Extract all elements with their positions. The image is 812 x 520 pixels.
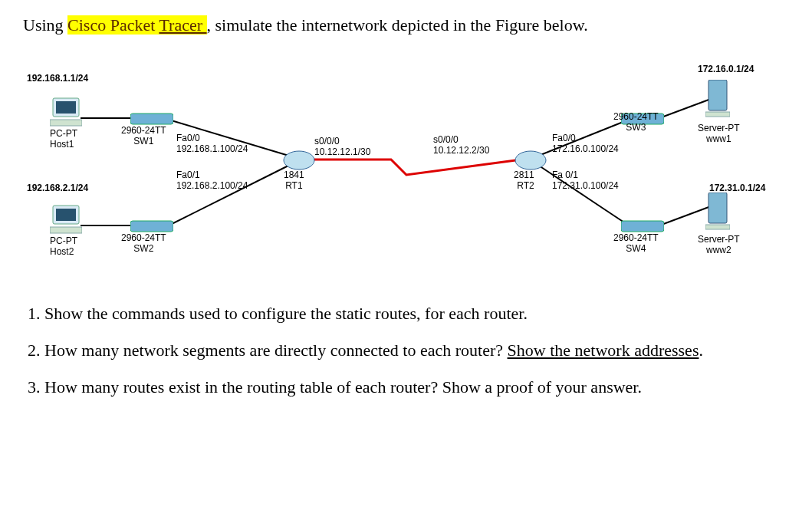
rt1-model: 1841: [284, 169, 304, 180]
www1-type: Server-PT: [698, 123, 740, 133]
question-3-text: How many routes exist in the routing tab…: [44, 377, 642, 397]
rt1-s000-label: s0/0/0 10.12.12.1/30: [314, 137, 370, 158]
sw1-label: 2960-24TT SW1: [121, 126, 166, 147]
question-1-text: Show the commands used to configure the …: [44, 304, 528, 323]
svg-rect-19: [50, 227, 82, 233]
question-1: Show the commands used to configure the …: [44, 304, 789, 324]
intro-rest: simulate the internetwork depicted in th…: [215, 15, 588, 35]
rt2-fa00-if: Fa0/0: [552, 133, 576, 143]
intro-prefix: Using: [23, 15, 67, 35]
question-2: How many network segments are directly c…: [44, 341, 789, 360]
intro-comma: ,: [207, 15, 215, 35]
intro-highlight-tracer: Tracer: [159, 15, 206, 35]
svg-rect-18: [56, 209, 76, 221]
sw4-label: 2960-24TT SW4: [613, 233, 659, 255]
svg-rect-21: [621, 221, 664, 232]
svg-rect-16: [705, 112, 730, 117]
rt2-label: 2811 RT2: [514, 170, 534, 192]
www1-label: Server-PT www1: [698, 123, 740, 145]
host1-name: Host1: [50, 139, 74, 150]
svg-rect-20: [130, 221, 173, 232]
question-3: How many routes exist in the routing tab…: [44, 377, 789, 397]
rt1-fa01-label: Fa0/1 192.168.2.100/24: [176, 170, 248, 192]
net-label-192-168-2: 192.168.2.1/24: [27, 183, 88, 194]
host2-label: PC-PT Host2: [50, 236, 77, 258]
host1-type: PC-PT: [50, 128, 77, 139]
sw2-name: SW2: [133, 243, 153, 254]
rt2-s000-ip: 10.12.12.2/30: [433, 145, 489, 156]
svg-point-13: [515, 151, 546, 169]
rt1-fa00-label: Fa0/0 192.168.1.100/24: [176, 133, 248, 155]
sw3-model: 2960-24TT: [613, 111, 659, 122]
pc-host2-icon: [50, 204, 82, 235]
svg-rect-22: [708, 193, 727, 223]
sw1-name: SW1: [133, 136, 153, 146]
question-2-text-c: .: [699, 341, 703, 360]
rt2-model: 2811: [514, 169, 534, 180]
rt1-s000-ip: 10.12.12.1/30: [314, 146, 370, 157]
intro-highlight-cisco: Cisco Packet: [67, 15, 159, 35]
sw1-model: 2960-24TT: [121, 125, 166, 136]
host2-type: PC-PT: [50, 235, 77, 246]
rt2-fa01-label: Fa 0/1 172.31.0.100/24: [552, 170, 619, 192]
www2-type: Server-PT: [698, 234, 740, 245]
rt1-fa01-if: Fa0/1: [176, 169, 200, 180]
rt2-fa01-if: Fa 0/1: [552, 169, 578, 180]
svg-rect-10: [50, 120, 82, 126]
rt2-fa00-label: Fa0/0 172.16.0.100/24: [552, 133, 619, 155]
sw2-label: 2960-24TT SW2: [121, 233, 166, 255]
svg-rect-15: [708, 80, 727, 110]
pc-host1-icon: [50, 97, 82, 127]
svg-rect-23: [705, 225, 730, 229]
www1-name: www1: [706, 133, 731, 144]
svg-rect-9: [56, 101, 76, 114]
rt1-name: RT1: [285, 180, 302, 191]
sw3-label: 2960-24TT SW3: [613, 112, 659, 133]
router-rt1-icon: [282, 149, 316, 172]
rt2-fa00-ip: 172.16.0.100/24: [552, 143, 619, 154]
sw4-model: 2960-24TT: [613, 232, 659, 243]
question-2-text-a: How many network segments are directly c…: [44, 341, 508, 360]
intro-text: Using Cisco Packet Tracer , simulate the…: [23, 15, 789, 35]
net-label-192-168-1: 192.168.1.1/24: [27, 74, 88, 84]
rt1-label: 1841 RT1: [284, 170, 304, 192]
router-rt2-icon: [514, 149, 547, 172]
net-label-172-16-0: 172.16.0.1/24: [698, 64, 754, 75]
rt2-s000-label: s0/0/0 10.12.12.2/30: [433, 135, 489, 156]
host1-label: PC-PT Host1: [50, 129, 77, 150]
rt2-fa01-ip: 172.31.0.100/24: [552, 180, 619, 191]
questions-block: Show the commands used to configure the …: [23, 304, 789, 397]
rt1-s000-if: s0/0/0: [314, 136, 340, 146]
rt1-fa00-ip: 192.168.1.100/24: [176, 143, 248, 154]
sw2-model: 2960-24TT: [121, 232, 166, 243]
www2-label: Server-PT www2: [698, 235, 740, 256]
www2-name: www2: [706, 245, 731, 255]
rt1-fa01-ip: 192.168.2.100/24: [176, 180, 248, 191]
sw3-name: SW3: [626, 122, 646, 133]
question-2-text-b: Show the network addresses: [508, 341, 699, 360]
host2-name: Host2: [50, 246, 74, 257]
rt1-fa00-if: Fa0/0: [176, 133, 200, 143]
server-www2-icon: [705, 193, 730, 231]
svg-rect-11: [130, 114, 173, 124]
network-diagram: 192.168.1.1/24 172.16.0.1/24 192.168.2.1…: [23, 43, 790, 258]
server-www1-icon: [705, 80, 730, 118]
svg-point-12: [284, 151, 314, 169]
sw4-name: SW4: [626, 243, 646, 254]
rt2-name: RT2: [517, 180, 534, 191]
rt2-s000-if: s0/0/0: [433, 134, 459, 145]
